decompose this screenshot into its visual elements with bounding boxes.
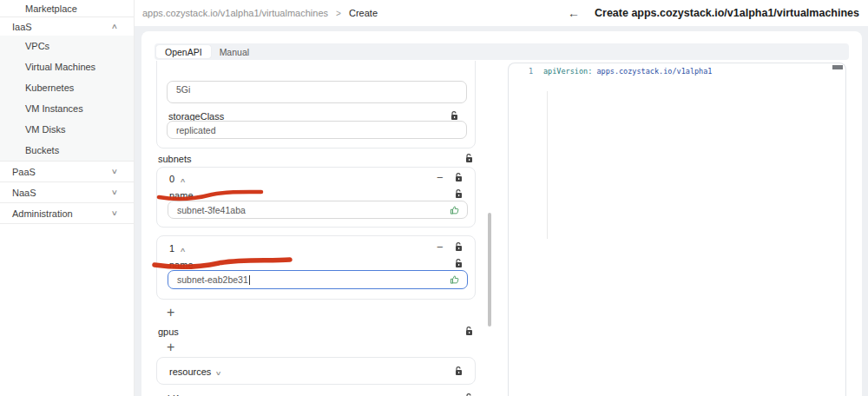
sidebar-item-buckets[interactable]: Buckets — [0, 140, 134, 161]
subnet-item-0-card: 0∧ − name subnet-3fe41aba — [156, 167, 476, 228]
editor-scrollbar-thumb[interactable] — [832, 65, 843, 69]
top-header: apps.cozystack.io/v1alpha1/virtualmachin… — [135, 0, 868, 26]
sidebar-group-label: PaaS — [12, 167, 115, 177]
sidebar-item-label: VPCs — [25, 41, 49, 51]
resources-label: resources — [169, 366, 211, 377]
collapse-caret-icon: ∧ — [180, 177, 187, 184]
subnet-item-1-header[interactable]: 1∧ — [169, 243, 185, 254]
sidebar-group-administration[interactable]: Administration ∨ — [0, 203, 134, 223]
header-title-area: ← Create apps.cozystack.io/v1alpha1/virt… — [568, 6, 859, 20]
sidebar-divider — [0, 223, 134, 224]
chevron-down-icon: ∨ — [215, 370, 222, 377]
storage-size-input[interactable]: 5Gi — [167, 81, 467, 103]
sidebar-item-label: Marketplace — [25, 3, 134, 14]
breadcrumb: apps.cozystack.io/v1alpha1/virtualmachin… — [142, 8, 378, 18]
main-panel: OpenAPI Manual 5Gi storageClass replicat… — [141, 31, 862, 396]
breadcrumb-separator-icon: > — [336, 9, 341, 18]
tab-label: OpenAPI — [165, 47, 202, 57]
app-window: Marketplace IaaS ∧ VPCs Virtual Machines… — [0, 0, 868, 396]
system-disk-card: 5Gi storageClass replicated — [156, 61, 476, 148]
sidebar-item-label: Kubernetes — [25, 82, 74, 93]
resources-toggle[interactable]: resources∨ — [169, 366, 220, 377]
remove-subnet-1-button[interactable]: − — [437, 243, 444, 252]
sidebar-item-marketplace[interactable]: Marketplace — [0, 0, 134, 16]
unlock-icon — [455, 189, 463, 199]
breadcrumb-current: Create — [349, 8, 378, 18]
sidebar-group-iaas[interactable]: IaaS ∧ — [0, 17, 134, 36]
tab-bar: OpenAPI Manual — [155, 43, 849, 60]
sidebar-item-virtual-machines[interactable]: Virtual Machines — [0, 56, 134, 77]
input-value: 5Gi — [176, 84, 190, 95]
unlock-icon — [465, 154, 473, 163]
input-value: replicated — [176, 125, 216, 135]
input-value: subnet-3fe41aba — [177, 205, 246, 215]
text-cursor — [249, 275, 250, 285]
subnet-item-1-card: 1∧ − name subnet-eab2be31 — [156, 235, 476, 300]
sidebar-item-label: VM Disks — [25, 124, 65, 135]
tab-openapi[interactable]: OpenAPI — [156, 45, 211, 58]
gpus-label: gpus — [158, 327, 179, 337]
chevron-down-icon: ∨ — [111, 168, 138, 175]
chevron-down-icon: ∨ — [111, 209, 138, 217]
chevron-up-icon: ∧ — [111, 23, 138, 30]
subnet-1-name-label: name — [169, 260, 194, 270]
thumbs-up-icon[interactable] — [450, 274, 460, 285]
collapse-caret-icon: ∧ — [180, 247, 187, 254]
unlock-icon — [455, 259, 463, 268]
sidebar-group-label: Administration — [12, 208, 115, 219]
add-subnet-button[interactable]: + — [167, 307, 174, 319]
subnet-0-name-label: name — [169, 190, 194, 201]
breadcrumb-resource-link[interactable]: apps.cozystack.io/v1alpha1/virtualmachin… — [142, 8, 328, 18]
unlock-icon — [455, 173, 463, 182]
code-lines: 1apiVersion: apps.cozystack.io/v1alpha1 — [509, 67, 845, 76]
thumbs-up-icon[interactable] — [450, 205, 460, 215]
resources-card: resources∨ — [156, 357, 476, 385]
tab-label: Manual — [220, 47, 249, 57]
sidebar-group-label: NaaS — [12, 188, 115, 198]
item-index: 1 — [169, 243, 174, 254]
sidebar-item-label: Virtual Machines — [25, 62, 95, 72]
sidebar-iaas-subgroup: VPCs Virtual Machines Kubernetes VM Inst… — [0, 36, 134, 161]
sidebar-item-label: Buckets — [25, 145, 59, 155]
back-arrow-icon[interactable]: ← — [568, 6, 580, 20]
unlock-icon — [465, 327, 473, 336]
sidebar-item-kubernetes[interactable]: Kubernetes — [0, 77, 134, 98]
unlock-icon — [455, 366, 463, 376]
subnets-label: subnets — [158, 154, 192, 164]
yaml-code-editor[interactable]: 1apiVersion: apps.cozystack.io/v1alpha1 — [508, 63, 846, 396]
form-scrollbar-thumb[interactable] — [488, 213, 491, 327]
tab-manual[interactable]: Manual — [211, 45, 258, 58]
unlock-icon — [450, 111, 458, 121]
input-value: subnet-eab2be31 — [177, 274, 248, 285]
subnet-1-name-input[interactable]: subnet-eab2be31 — [168, 270, 468, 289]
sidebar-group-label: IaaS — [12, 22, 115, 32]
page-title: Create apps.cozystack.io/v1alpha1/virtua… — [595, 7, 859, 19]
sidebar: Marketplace IaaS ∧ VPCs Virtual Machines… — [0, 0, 135, 396]
sidebar-item-vm-instances[interactable]: VM Instances — [0, 98, 134, 119]
sidebar-group-naas[interactable]: NaaS ∨ — [0, 182, 134, 202]
add-gpu-button[interactable]: + — [167, 341, 174, 353]
sidebar-item-label: VM Instances — [25, 103, 83, 114]
subnet-0-name-input[interactable]: subnet-3fe41aba — [168, 201, 468, 219]
subnet-item-0-header[interactable]: 0∧ — [169, 174, 185, 184]
remove-subnet-0-button[interactable]: − — [437, 174, 444, 182]
indent-guide — [547, 91, 548, 239]
sidebar-group-paas[interactable]: PaaS ∨ — [0, 162, 134, 182]
chevron-down-icon: ∨ — [111, 188, 138, 196]
sidebar-item-vm-disks[interactable]: VM Disks — [0, 119, 134, 140]
form-scroll-area: 5Gi storageClass replicated subnets 0∧ −… — [154, 61, 494, 396]
item-index: 0 — [169, 174, 174, 184]
storage-class-input[interactable]: replicated — [167, 121, 467, 139]
sidebar-item-vpcs[interactable]: VPCs — [0, 36, 134, 56]
unlock-icon — [455, 242, 463, 252]
